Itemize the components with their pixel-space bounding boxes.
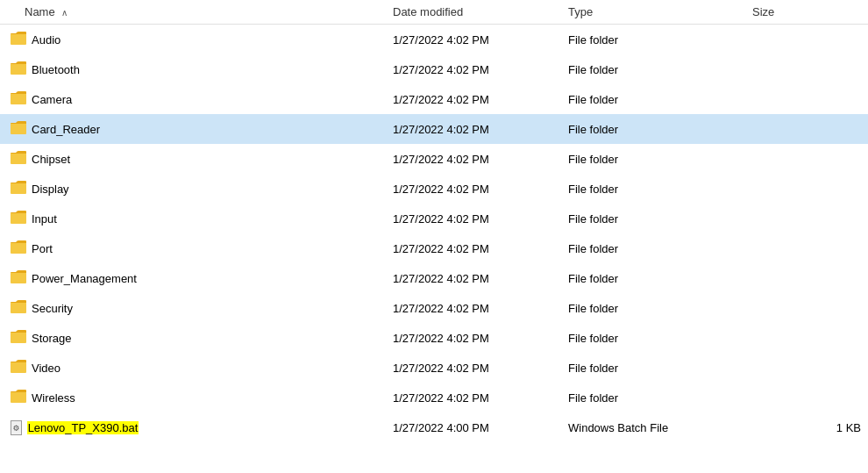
column-size-label: Size bbox=[752, 5, 774, 18]
folder-icon bbox=[11, 240, 26, 257]
name-cell: Chipset bbox=[0, 144, 386, 174]
file-type-cell: File folder bbox=[561, 84, 745, 114]
file-size-cell bbox=[745, 383, 868, 412]
file-list: Name ∧ Date modified Type Size Audio1/27… bbox=[0, 0, 868, 442]
file-name: Chipset bbox=[32, 153, 70, 166]
folder-icon bbox=[11, 32, 26, 48]
name-cell: Card_Reader bbox=[0, 114, 386, 144]
file-type-cell: File folder bbox=[561, 25, 745, 55]
table-row[interactable]: Input1/27/2022 4:02 PMFile folder bbox=[0, 204, 868, 233]
table-row[interactable]: Audio1/27/2022 4:02 PMFile folder bbox=[0, 25, 868, 55]
file-size-cell bbox=[745, 204, 868, 233]
date-modified-cell: 1/27/2022 4:00 PM bbox=[386, 412, 561, 442]
column-name-label: Name bbox=[25, 5, 55, 18]
file-type-cell: File folder bbox=[561, 114, 745, 144]
file-name: Power_Management bbox=[32, 272, 137, 285]
date-modified-cell: 1/27/2022 4:02 PM bbox=[386, 353, 561, 383]
svg-rect-3 bbox=[11, 64, 26, 74]
file-type-cell: File folder bbox=[561, 353, 745, 383]
file-size-cell bbox=[745, 54, 868, 84]
name-cell: Input bbox=[0, 204, 386, 233]
date-modified-cell: 1/27/2022 4:02 PM bbox=[386, 323, 561, 353]
date-modified-cell: 1/27/2022 4:02 PM bbox=[386, 84, 561, 114]
name-cell: Display bbox=[0, 174, 386, 204]
file-name: Lenovo_TP_X390.bat bbox=[27, 421, 139, 434]
svg-rect-13 bbox=[11, 213, 26, 223]
file-name: Camera bbox=[32, 93, 72, 106]
file-name: Port bbox=[32, 242, 53, 255]
column-header-date[interactable]: Date modified bbox=[386, 0, 561, 25]
file-size-cell bbox=[745, 323, 868, 353]
file-name: Bluetooth bbox=[32, 63, 80, 76]
folder-icon bbox=[11, 211, 26, 227]
file-type-cell: File folder bbox=[561, 293, 745, 323]
name-cell: Audio bbox=[0, 25, 386, 55]
folder-icon bbox=[11, 300, 26, 317]
svg-rect-11 bbox=[11, 183, 26, 193]
folder-icon bbox=[11, 181, 26, 197]
column-header-type[interactable]: Type bbox=[561, 0, 745, 25]
table-row[interactable]: Port1/27/2022 4:02 PMFile folder bbox=[0, 233, 868, 263]
date-modified-cell: 1/27/2022 4:02 PM bbox=[386, 383, 561, 412]
table-row[interactable]: Card_Reader1/27/2022 4:02 PMFile folder bbox=[0, 114, 868, 144]
file-type-cell: Windows Batch File bbox=[561, 412, 745, 442]
file-size-cell bbox=[745, 293, 868, 323]
date-modified-cell: 1/27/2022 4:02 PM bbox=[386, 144, 561, 174]
name-cell: Port bbox=[0, 233, 386, 263]
name-cell: Wireless bbox=[0, 383, 386, 412]
table-row[interactable]: Power_Management1/27/2022 4:02 PMFile fo… bbox=[0, 263, 868, 293]
table-row[interactable]: ⚙Lenovo_TP_X390.bat1/27/2022 4:00 PMWind… bbox=[0, 412, 868, 442]
file-size-cell bbox=[745, 114, 868, 144]
table-row[interactable]: Display1/27/2022 4:02 PMFile folder bbox=[0, 174, 868, 204]
date-modified-cell: 1/27/2022 4:02 PM bbox=[386, 293, 561, 323]
name-cell: ⚙Lenovo_TP_X390.bat bbox=[0, 412, 386, 442]
file-type-cell: File folder bbox=[561, 144, 745, 174]
column-header-size[interactable]: Size bbox=[745, 0, 868, 25]
file-name: Security bbox=[32, 302, 73, 315]
svg-rect-9 bbox=[11, 154, 26, 163]
file-type-cell: File folder bbox=[561, 263, 745, 293]
name-cell: Video bbox=[0, 353, 386, 383]
svg-rect-7 bbox=[11, 124, 26, 133]
table-row[interactable]: Bluetooth1/27/2022 4:02 PMFile folder bbox=[0, 54, 868, 84]
file-size-cell bbox=[745, 263, 868, 293]
svg-rect-1 bbox=[11, 34, 26, 44]
column-type-label: Type bbox=[568, 5, 593, 18]
folder-icon bbox=[11, 330, 26, 347]
name-cell: Security bbox=[0, 293, 386, 323]
svg-rect-17 bbox=[11, 273, 26, 283]
folder-icon bbox=[11, 390, 26, 406]
file-type-cell: File folder bbox=[561, 174, 745, 204]
column-date-label: Date modified bbox=[393, 5, 463, 18]
file-name: Card_Reader bbox=[32, 123, 100, 136]
folder-icon bbox=[11, 121, 26, 138]
table-row[interactable]: Video1/27/2022 4:02 PMFile folder bbox=[0, 353, 868, 383]
file-type-cell: File folder bbox=[561, 233, 745, 263]
svg-rect-19 bbox=[11, 303, 26, 312]
file-size-cell: 1 KB bbox=[745, 412, 868, 442]
file-size-cell bbox=[745, 353, 868, 383]
file-name: Wireless bbox=[32, 391, 75, 405]
name-cell: Storage bbox=[0, 323, 386, 353]
column-header-name[interactable]: Name ∧ bbox=[0, 0, 386, 25]
svg-rect-23 bbox=[11, 362, 26, 372]
table-row[interactable]: Storage1/27/2022 4:02 PMFile folder bbox=[0, 323, 868, 353]
file-size-cell bbox=[745, 174, 868, 204]
table-row[interactable]: Security1/27/2022 4:02 PMFile folder bbox=[0, 293, 868, 323]
date-modified-cell: 1/27/2022 4:02 PM bbox=[386, 54, 561, 84]
file-name: Display bbox=[32, 183, 69, 196]
date-modified-cell: 1/27/2022 4:02 PM bbox=[386, 25, 561, 55]
name-cell: Camera bbox=[0, 84, 386, 114]
table-row[interactable]: Chipset1/27/2022 4:02 PMFile folder bbox=[0, 144, 868, 174]
file-name: Input bbox=[32, 212, 57, 226]
folder-icon bbox=[11, 151, 26, 168]
svg-rect-5 bbox=[11, 94, 26, 104]
name-cell: Power_Management bbox=[0, 263, 386, 293]
sort-arrow: ∧ bbox=[61, 8, 68, 18]
table-row[interactable]: Camera1/27/2022 4:02 PMFile folder bbox=[0, 84, 868, 114]
svg-rect-15 bbox=[11, 243, 26, 253]
svg-rect-21 bbox=[11, 333, 26, 342]
date-modified-cell: 1/27/2022 4:02 PM bbox=[386, 204, 561, 233]
table-row[interactable]: Wireless1/27/2022 4:02 PMFile folder bbox=[0, 383, 868, 412]
date-modified-cell: 1/27/2022 4:02 PM bbox=[386, 233, 561, 263]
